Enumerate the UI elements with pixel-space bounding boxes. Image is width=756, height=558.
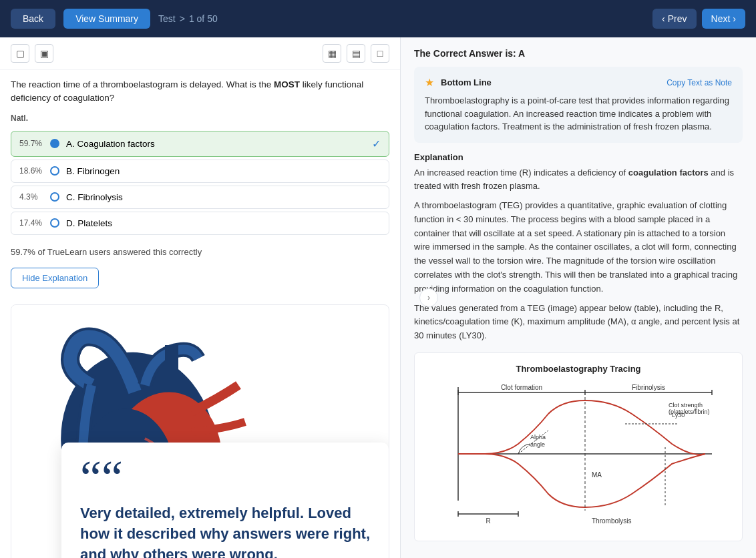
grid-icon[interactable]: ▦ (323, 44, 341, 63)
top-navigation: Back View Summary Test > 1 of 50 ‹ Prev … (0, 0, 756, 37)
breadcrumb: Test > 1 of 50 (158, 13, 218, 24)
quote-mark-icon: ““ (80, 464, 370, 493)
explanation-para-2: The values generated from a TEG (image) … (414, 302, 743, 343)
testimonial-text: Very detailed, extremely helpful. Loved … (80, 503, 370, 558)
copy-text-link[interactable]: Copy Text as Note (667, 78, 732, 87)
toolbar-right-icons: ▦ ▤ □ (323, 44, 389, 63)
toolbar-left-icons: ▢ ▣ (11, 44, 53, 63)
answer-option-3[interactable]: 17.4% D. Platelets (11, 212, 389, 235)
check-icon: ✓ (372, 137, 381, 150)
stats-line: 59.7% of TrueLearn users answered this c… (0, 238, 400, 262)
breadcrumb-separator: > (180, 13, 185, 24)
option-label: A. Coagulation factors (66, 139, 155, 149)
nav-right: ‹ Prev Next › (652, 9, 745, 29)
panel-toolbar: ▢ ▣ ▦ ▤ □ (0, 37, 400, 70)
explanation-title: Explanation (414, 152, 743, 162)
bottom-line-content: Thromboelastography is a point-of-care t… (425, 94, 732, 133)
chevron-left-icon: ‹ (662, 13, 665, 24)
next-label: Next (711, 13, 731, 24)
svg-text:Thrombolysis: Thrombolysis (592, 517, 631, 525)
option-label: D. Platelets (66, 218, 112, 228)
list-icon[interactable]: ▤ (347, 44, 365, 63)
teg-chart-title: Thromboelastography Tracing (425, 364, 731, 374)
main-content: ▢ ▣ ▦ ▤ □ The reaction time of a thrombo… (0, 37, 756, 558)
answer-options: 59.7% A. Coagulation factors ✓ 18.6% B. … (0, 131, 400, 235)
svg-text:(platelets/fibrin): (platelets/fibrin) (669, 408, 710, 415)
option-pct: 18.6% (19, 166, 43, 176)
chat-icon[interactable]: □ (371, 44, 389, 63)
question-prefix: The reaction time of a thromboelastogram… (11, 79, 274, 89)
svg-text:Alpha: Alpha (530, 434, 546, 441)
view-summary-button[interactable]: View Summary (63, 9, 150, 29)
option-label: C. Fibrinolysis (66, 192, 123, 202)
option-label: B. Fibrinogen (66, 166, 120, 176)
teg-chart: Thromboelastography Tracing Clot formati… (414, 352, 743, 541)
star-icon: ★ (425, 76, 434, 89)
svg-text:R: R (486, 517, 490, 525)
right-panel: The Correct Answer is: A ★ Bottom Line C… (401, 37, 756, 558)
copy-icon[interactable]: ▣ (35, 44, 53, 63)
question-text: The reaction time of a thromboelastogram… (0, 70, 400, 111)
heart-image-area: A B C D © APEX Anesthesia Review ““ Very… (11, 304, 389, 559)
option-pct: 59.7% (19, 139, 43, 148)
explanation-para-1: A thromboelastogram (TEG) provides a qua… (414, 199, 743, 296)
bookmark-icon[interactable]: ▢ (11, 44, 29, 63)
radio-circle-icon (50, 166, 59, 176)
option-pct: 4.3% (19, 192, 43, 202)
svg-text:MA: MA (592, 471, 602, 479)
testimonial-card: ““ Very detailed, extremely helpful. Lov… (61, 443, 389, 558)
left-panel: ▢ ▣ ▦ ▤ □ The reaction time of a thrombo… (0, 37, 401, 558)
back-button[interactable]: Back (11, 9, 55, 29)
option-pct: 17.4% (19, 218, 43, 228)
radio-circle-icon (50, 139, 59, 148)
bottom-line-box: ★ Bottom Line Copy Text as Note Thromboe… (414, 67, 743, 143)
next-button[interactable]: Next › (702, 9, 745, 29)
svg-text:Fibrinolysis: Fibrinolysis (632, 384, 665, 391)
natl-label: Natl. (0, 111, 400, 128)
breadcrumb-position: 1 of 50 (189, 13, 218, 24)
explanation-para-0: An increased reaction time (R) indicates… (414, 166, 743, 194)
explanation-section: Explanation An increased reaction time (… (414, 152, 743, 344)
answer-option-0[interactable]: 59.7% A. Coagulation factors ✓ (11, 131, 389, 157)
prev-label: Prev (668, 13, 687, 24)
svg-text:angle: angle (530, 441, 545, 448)
answer-option-1[interactable]: 18.6% B. Fibrinogen (11, 160, 389, 183)
nav-left: Back View Summary Test > 1 of 50 (11, 9, 218, 29)
svg-text:Clot formation: Clot formation (501, 384, 542, 391)
question-bold: MOST (274, 79, 300, 89)
correct-answer-label: The Correct Answer is: A (414, 48, 743, 59)
radio-circle-icon (50, 192, 59, 202)
breadcrumb-section: Test (158, 13, 176, 24)
hide-explanation-button[interactable]: Hide Explanation (11, 268, 99, 288)
teg-chart-svg: Clot formation Fibrinolysis R MA (425, 380, 731, 527)
svg-text:Clot strength: Clot strength (669, 402, 703, 408)
prev-button[interactable]: ‹ Prev (652, 9, 696, 29)
chevron-right-icon: › (733, 13, 736, 24)
explanation-paragraphs: An increased reaction time (R) indicates… (414, 166, 743, 344)
bottom-line-title: Bottom Line (441, 77, 492, 87)
bottom-line-header: ★ Bottom Line Copy Text as Note (425, 76, 732, 89)
panel-collapse-button[interactable]: › (419, 288, 438, 307)
radio-circle-icon (50, 218, 59, 228)
answer-option-2[interactable]: 4.3% C. Fibrinolysis (11, 186, 389, 209)
